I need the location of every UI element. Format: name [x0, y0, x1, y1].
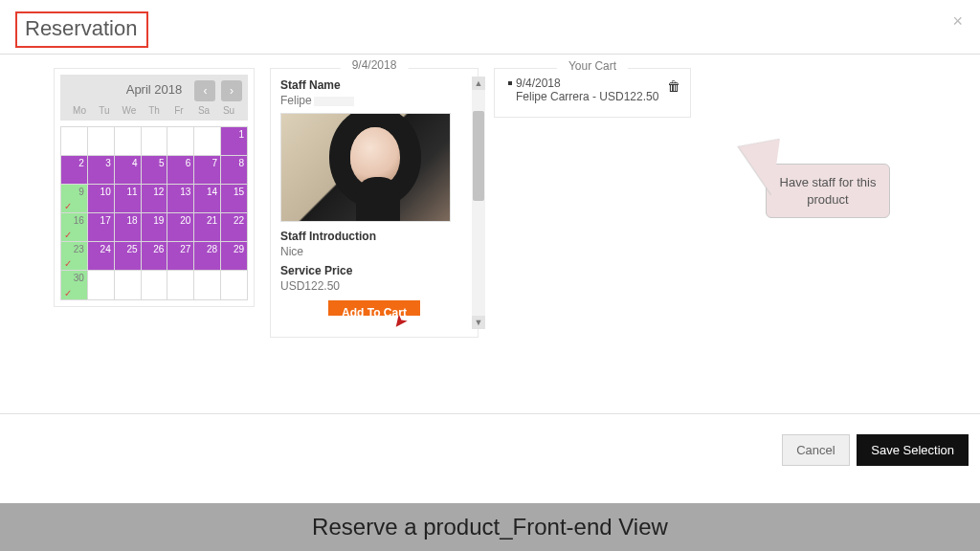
calendar-cell[interactable]: 29: [221, 242, 247, 271]
calendar-cell[interactable]: 17: [88, 213, 115, 242]
calendar-next-button[interactable]: ›: [221, 80, 242, 101]
calendar-cell[interactable]: 4: [115, 156, 142, 185]
calendar-cell[interactable]: 30✓: [61, 271, 88, 299]
calendar-month-label: April 2018: [126, 82, 183, 97]
calendar-cell[interactable]: 1: [221, 127, 247, 156]
cart-item-desc: Felipe Carrera - USD122.50: [516, 90, 658, 103]
calendar-cell: [88, 127, 115, 156]
calendar-cell: [88, 271, 115, 299]
calendar-cell[interactable]: 8: [221, 156, 247, 185]
scroll-down-icon[interactable]: ▼: [472, 316, 485, 329]
calendar-cell[interactable]: 28: [194, 242, 221, 271]
staff-detail-panel: 9/4/2018 Staff Name Felipe Staff Introdu…: [270, 68, 479, 338]
calendar-cell[interactable]: 9✓: [61, 185, 88, 213]
calendar-dow: Th: [143, 105, 166, 116]
calendar-prev-button[interactable]: ‹: [194, 80, 215, 101]
calendar-cell[interactable]: 5: [142, 156, 168, 185]
page-title: Reservation: [15, 11, 148, 48]
cart-item-date: 9/4/2018: [516, 77, 561, 90]
check-icon: ✓: [64, 230, 72, 240]
slide-caption: Reserve a product_Front-end View: [0, 503, 980, 551]
footer-actions: Cancel Save Selection: [782, 434, 969, 466]
cart-title: Your Cart: [557, 59, 628, 73]
calendar-cell: [167, 271, 194, 299]
calendar-cell[interactable]: 16✓: [61, 213, 88, 242]
scroll-up-icon[interactable]: ▲: [472, 77, 485, 90]
calendar-header: April 2018 ‹ › MoTuWeThFrSaSu: [60, 75, 248, 121]
calendar-cell[interactable]: 19: [142, 213, 168, 242]
calendar-cell: [142, 127, 168, 156]
calendar-cell[interactable]: 26: [142, 242, 168, 271]
calendar-cell[interactable]: 20: [167, 213, 194, 242]
calendar-cell[interactable]: 21: [194, 213, 221, 242]
calendar-cell[interactable]: 24: [88, 242, 115, 271]
redacted-text: [314, 97, 354, 106]
calendar-dow: Tu: [93, 105, 116, 116]
calendar-cell[interactable]: 11: [115, 185, 142, 213]
calendar-cell: [115, 271, 142, 299]
service-price-value: USD122.50: [280, 279, 468, 293]
calendar-cell[interactable]: 3: [88, 156, 115, 185]
save-selection-button[interactable]: Save Selection: [857, 434, 969, 466]
calendar-cell: [167, 127, 194, 156]
close-icon[interactable]: ×: [952, 11, 963, 32]
calendar-dow-row: MoTuWeThFrSaSu: [66, 102, 242, 117]
calendar-dow: Sa: [192, 105, 215, 116]
service-price-label: Service Price: [280, 264, 468, 277]
staff-intro-label: Staff Introduction: [280, 230, 468, 243]
add-to-cart-button[interactable]: Add To Cart: [328, 300, 420, 316]
cart-panel: Your Cart 9/4/2018 Felipe Carrera - USD1…: [494, 68, 691, 118]
staff-photo: [280, 113, 451, 222]
staff-intro-value: Nice: [280, 245, 468, 258]
check-icon: ✓: [64, 258, 72, 269]
calendar-cell[interactable]: 2: [61, 156, 88, 185]
check-icon: ✓: [64, 288, 72, 298]
staff-name-label: Staff Name: [280, 78, 468, 92]
calendar-dow: Mo: [68, 105, 91, 116]
calendar-dow: Su: [217, 105, 240, 116]
calendar-dow: We: [118, 105, 141, 116]
calendar-cell[interactable]: 14: [194, 185, 221, 213]
calendar-cell[interactable]: 15: [221, 185, 247, 213]
footer-divider: [0, 413, 980, 414]
calendar-cell[interactable]: 6: [167, 156, 194, 185]
calendar-cell[interactable]: 25: [115, 242, 142, 271]
calendar-cell[interactable]: 18: [115, 213, 142, 242]
annotation-callout: Have staff for this product: [766, 164, 890, 218]
calendar-cell[interactable]: 22: [221, 213, 247, 242]
calendar-cell[interactable]: 7: [194, 156, 221, 185]
calendar-panel: April 2018 ‹ › MoTuWeThFrSaSu 123456789✓…: [54, 68, 255, 307]
calendar-cell: [142, 271, 168, 299]
detail-date: 9/4/2018: [341, 58, 409, 72]
trash-icon[interactable]: 🗑: [667, 78, 680, 94]
calendar-cell[interactable]: 23✓: [61, 242, 88, 271]
check-icon: ✓: [64, 201, 72, 211]
calendar-grid: 123456789✓10111213141516✓17181920212223✓…: [60, 126, 248, 300]
calendar-cell: [194, 271, 221, 299]
cart-item: 9/4/2018 Felipe Carrera - USD122.50 🗑: [508, 77, 680, 103]
calendar-cell: [194, 127, 221, 156]
calendar-cell[interactable]: 12: [142, 185, 168, 213]
scroll-thumb[interactable]: [473, 111, 484, 201]
detail-scrollbar[interactable]: ▲ ▼: [472, 77, 485, 329]
calendar-cell[interactable]: 13: [167, 185, 194, 213]
modal-header: Reservation ×: [0, 0, 980, 55]
staff-name-value: Felipe: [280, 94, 468, 107]
calendar-dow: Fr: [167, 105, 190, 116]
cancel-button[interactable]: Cancel: [782, 434, 849, 466]
calendar-cell[interactable]: 10: [88, 185, 115, 213]
calendar-cell[interactable]: 27: [167, 242, 194, 271]
calendar-cell: [61, 127, 88, 156]
calendar-cell: [221, 271, 247, 299]
calendar-cell: [115, 127, 142, 156]
